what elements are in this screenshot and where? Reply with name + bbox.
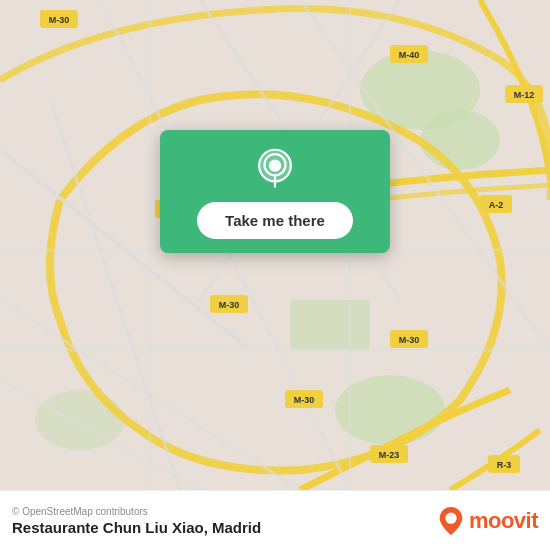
svg-text:M-30: M-30 <box>49 15 70 25</box>
location-name: Restaurante Chun Liu Xiao, Madrid <box>12 519 261 536</box>
svg-rect-4 <box>290 300 370 350</box>
svg-text:M-30: M-30 <box>294 395 315 405</box>
svg-text:R-3: R-3 <box>497 460 512 470</box>
svg-text:M-30: M-30 <box>219 300 240 310</box>
svg-text:M-23: M-23 <box>379 450 400 460</box>
footer-bar: © OpenStreetMap contributors Restaurante… <box>0 490 550 550</box>
svg-text:A-2: A-2 <box>489 200 504 210</box>
svg-point-3 <box>335 375 445 445</box>
moovit-text: moovit <box>469 508 538 534</box>
map-area: M-30 M-30 M-30 A-2 A-2 M-40 M-12 M-23 R-… <box>0 0 550 490</box>
moovit-logo: moovit <box>437 505 538 537</box>
footer-left: © OpenStreetMap contributors Restaurante… <box>12 506 261 536</box>
take-me-there-button[interactable]: Take me there <box>197 202 353 239</box>
location-pin-icon <box>253 148 297 192</box>
svg-point-44 <box>445 512 456 523</box>
osm-attribution: © OpenStreetMap contributors <box>12 506 261 517</box>
svg-text:M-40: M-40 <box>399 50 420 60</box>
moovit-pin-icon <box>437 505 465 537</box>
svg-point-2 <box>420 110 500 170</box>
location-card: Take me there <box>160 130 390 253</box>
svg-point-42 <box>271 160 280 169</box>
svg-text:M-12: M-12 <box>514 90 535 100</box>
svg-text:M-30: M-30 <box>399 335 420 345</box>
